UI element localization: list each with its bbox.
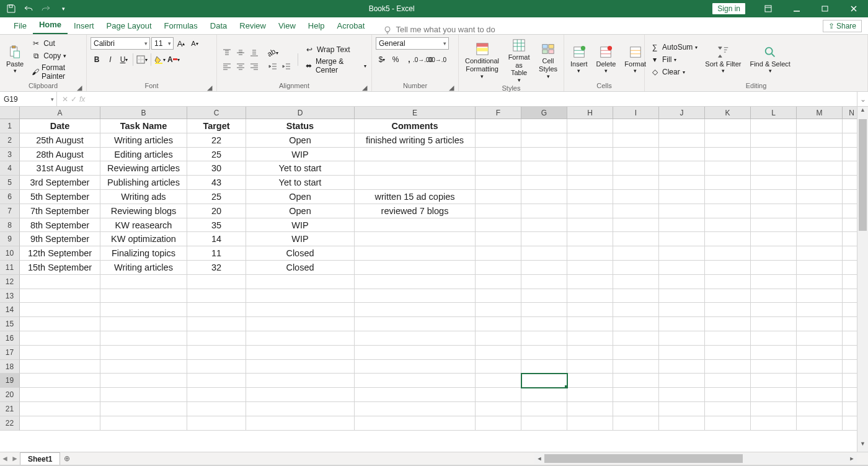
cell-B7[interactable]: Reviewing blogs — [100, 204, 187, 218]
cell-E10[interactable] — [355, 246, 476, 261]
cell-I13[interactable] — [613, 289, 659, 303]
cell-J22[interactable] — [659, 416, 705, 431]
align-bottom-button[interactable] — [248, 47, 260, 59]
cell-I14[interactable] — [613, 303, 659, 317]
number-launcher-icon[interactable]: ◢ — [448, 84, 454, 90]
find-select-button[interactable]: Find & Select▾ — [747, 44, 792, 76]
cell-A17[interactable] — [20, 346, 100, 360]
cell-J11[interactable] — [659, 261, 705, 275]
cell-A9[interactable]: 9th September — [20, 232, 100, 246]
row-header-11[interactable]: 11 — [0, 261, 20, 275]
cell-K19[interactable] — [705, 374, 751, 388]
cell-H19[interactable] — [567, 374, 613, 388]
cell-K13[interactable] — [705, 289, 751, 303]
cell-I7[interactable] — [613, 204, 659, 218]
column-header-B[interactable]: B — [100, 107, 187, 119]
tab-home[interactable]: Home — [33, 16, 68, 34]
cell-F21[interactable] — [476, 402, 521, 416]
conditional-formatting-button[interactable]: Conditional Formatting▾ — [463, 41, 502, 81]
cell-H21[interactable] — [567, 402, 613, 416]
cell-J16[interactable] — [659, 331, 705, 346]
column-header-K[interactable]: K — [705, 107, 751, 119]
column-header-I[interactable]: I — [613, 107, 659, 119]
tab-help[interactable]: Help — [302, 17, 331, 34]
grow-font-button[interactable]: A▴ — [175, 37, 187, 50]
cell-A21[interactable] — [20, 402, 100, 416]
cell-E8[interactable] — [355, 218, 476, 233]
cell-K18[interactable] — [705, 360, 751, 374]
cell-G13[interactable] — [521, 289, 567, 303]
cell-L15[interactable] — [751, 317, 797, 331]
formula-input[interactable] — [90, 92, 857, 106]
column-header-M[interactable]: M — [797, 107, 843, 119]
cut-button[interactable]: ✂Cut — [30, 38, 82, 49]
paste-button[interactable]: Paste▾ — [4, 44, 26, 76]
cell-M4[interactable] — [797, 161, 843, 176]
cell-I18[interactable] — [613, 360, 659, 374]
scroll-right-icon[interactable]: ► — [847, 455, 857, 462]
cell-D18[interactable] — [246, 360, 355, 374]
cell-G9[interactable] — [521, 232, 567, 246]
cell-G2[interactable] — [521, 133, 567, 148]
cell-F7[interactable] — [476, 204, 521, 218]
cell-K2[interactable] — [705, 133, 751, 148]
format-painter-button[interactable]: 🖌Format Painter — [30, 63, 82, 81]
tell-me-search[interactable]: Tell me what you want to do — [383, 25, 495, 34]
font-launcher-icon[interactable]: ◢ — [206, 84, 213, 90]
cell-J17[interactable] — [659, 346, 705, 360]
cell-G20[interactable] — [521, 388, 567, 402]
cell-A7[interactable]: 7th September — [20, 204, 100, 218]
cell-B14[interactable] — [100, 303, 187, 317]
cell-C12[interactable] — [187, 275, 246, 289]
percent-format-button[interactable]: % — [389, 53, 402, 66]
align-middle-button[interactable] — [234, 47, 247, 59]
cell-F2[interactable] — [476, 133, 521, 148]
underline-button[interactable]: U ▾ — [118, 53, 130, 66]
cell-M2[interactable] — [797, 133, 843, 148]
cell-A13[interactable] — [20, 289, 100, 303]
decrease-indent-button[interactable] — [267, 60, 279, 73]
sheet-tab[interactable]: Sheet1 — [20, 452, 60, 465]
cell-D15[interactable] — [246, 317, 355, 331]
row-header-7[interactable]: 7 — [0, 204, 20, 218]
cell-K5[interactable] — [705, 176, 751, 190]
cell-I1[interactable] — [613, 119, 659, 133]
cell-F17[interactable] — [476, 346, 521, 360]
format-as-table-button[interactable]: Format as Table▾ — [505, 37, 533, 84]
cell-C8[interactable]: 35 — [187, 218, 246, 233]
cell-D13[interactable] — [246, 289, 355, 303]
cell-B6[interactable]: Writing ads — [100, 190, 187, 204]
cell-M6[interactable] — [797, 190, 843, 204]
cell-G16[interactable] — [521, 331, 567, 346]
cell-styles-button[interactable]: Cell Styles▾ — [536, 41, 560, 81]
cell-I22[interactable] — [613, 416, 659, 431]
cell-B2[interactable]: Writing articles — [100, 133, 187, 148]
cell-B4[interactable]: Reviewing articles — [100, 161, 187, 176]
cell-C16[interactable] — [187, 331, 246, 346]
cell-C19[interactable] — [187, 374, 246, 388]
cell-D5[interactable]: Yet to start — [246, 176, 355, 190]
cell-D1[interactable]: Status — [246, 119, 355, 133]
cell-C3[interactable]: 25 — [187, 148, 246, 162]
cell-L13[interactable] — [751, 289, 797, 303]
cell-G11[interactable] — [521, 261, 567, 275]
cell-B9[interactable]: KW optimization — [100, 232, 187, 246]
tab-file[interactable]: File — [7, 17, 33, 34]
cell-J8[interactable] — [659, 218, 705, 233]
cell-C10[interactable]: 11 — [187, 246, 246, 261]
align-top-button[interactable] — [221, 47, 233, 59]
cell-J6[interactable] — [659, 190, 705, 204]
cell-L22[interactable] — [751, 416, 797, 431]
qat-customize-icon[interactable]: ▾ — [56, 1, 71, 16]
column-header-C[interactable]: C — [187, 107, 246, 119]
cancel-formula-icon[interactable]: ✕ — [62, 95, 68, 104]
cell-G1[interactable] — [521, 119, 567, 133]
cell-H14[interactable] — [567, 303, 613, 317]
cell-M10[interactable] — [797, 246, 843, 261]
cell-L14[interactable] — [751, 303, 797, 317]
cell-H15[interactable] — [567, 317, 613, 331]
cell-E3[interactable] — [355, 148, 476, 162]
cell-E21[interactable] — [355, 402, 476, 416]
cell-G18[interactable] — [521, 360, 567, 374]
cell-A19[interactable] — [20, 374, 100, 388]
